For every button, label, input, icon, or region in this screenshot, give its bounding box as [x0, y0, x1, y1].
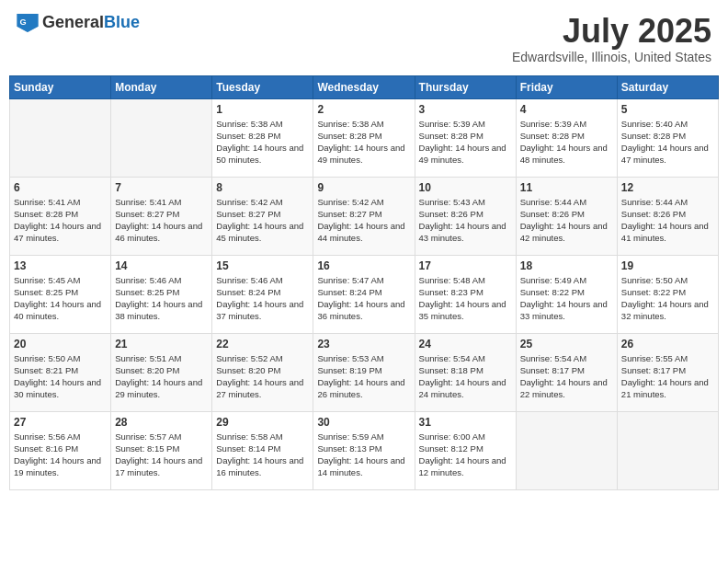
- day-number: 22: [216, 338, 309, 350]
- calendar-cell: [516, 411, 617, 489]
- day-number: 12: [621, 181, 714, 194]
- calendar-cell: 26Sunrise: 5:55 AM Sunset: 8:17 PM Dayli…: [617, 333, 718, 411]
- day-sun-info: Sunrise: 5:59 AM Sunset: 8:13 PM Dayligh…: [317, 431, 410, 479]
- day-number: 4: [520, 103, 613, 116]
- day-number: 2: [317, 103, 410, 116]
- day-sun-info: Sunrise: 5:51 AM Sunset: 8:20 PM Dayligh…: [115, 352, 208, 401]
- calendar-cell: 20Sunrise: 5:50 AM Sunset: 8:21 PM Dayli…: [10, 333, 111, 411]
- day-number: 24: [419, 338, 512, 350]
- day-number: 28: [115, 416, 208, 429]
- day-number: 17: [419, 259, 512, 272]
- day-sun-info: Sunrise: 5:54 AM Sunset: 8:18 PM Dayligh…: [419, 352, 512, 401]
- day-sun-info: Sunrise: 5:38 AM Sunset: 8:28 PM Dayligh…: [317, 118, 410, 167]
- calendar-cell: 17Sunrise: 5:48 AM Sunset: 8:23 PM Dayli…: [415, 255, 516, 333]
- calendar-cell: 24Sunrise: 5:54 AM Sunset: 8:18 PM Dayli…: [415, 333, 516, 411]
- calendar-cell: [10, 98, 111, 177]
- calendar-cell: 27Sunrise: 5:56 AM Sunset: 8:16 PM Dayli…: [10, 411, 111, 489]
- day-sun-info: Sunrise: 5:42 AM Sunset: 8:27 PM Dayligh…: [216, 196, 309, 245]
- day-sun-info: Sunrise: 5:57 AM Sunset: 8:15 PM Dayligh…: [115, 431, 208, 479]
- weekday-header-monday: Monday: [111, 75, 212, 98]
- day-sun-info: Sunrise: 5:44 AM Sunset: 8:26 PM Dayligh…: [621, 196, 714, 245]
- day-number: 3: [419, 103, 512, 116]
- logo-blue: Blue: [104, 13, 140, 31]
- calendar-cell: 12Sunrise: 5:44 AM Sunset: 8:26 PM Dayli…: [617, 177, 718, 255]
- day-number: 18: [520, 259, 613, 272]
- month-year-title: July 2025: [512, 13, 711, 50]
- day-sun-info: Sunrise: 5:44 AM Sunset: 8:26 PM Dayligh…: [520, 196, 613, 245]
- day-sun-info: Sunrise: 5:47 AM Sunset: 8:24 PM Dayligh…: [317, 274, 410, 323]
- calendar-cell: 31Sunrise: 6:00 AM Sunset: 8:12 PM Dayli…: [415, 411, 516, 489]
- day-number: 19: [621, 259, 714, 272]
- day-sun-info: Sunrise: 5:58 AM Sunset: 8:14 PM Dayligh…: [216, 431, 309, 479]
- calendar-cell: [111, 98, 212, 177]
- calendar-cell: 4Sunrise: 5:39 AM Sunset: 8:28 PM Daylig…: [516, 98, 617, 177]
- day-number: 5: [621, 103, 714, 116]
- day-sun-info: Sunrise: 5:53 AM Sunset: 8:19 PM Dayligh…: [317, 352, 410, 401]
- calendar-cell: 18Sunrise: 5:49 AM Sunset: 8:22 PM Dayli…: [516, 255, 617, 333]
- weekday-header-saturday: Saturday: [617, 75, 718, 98]
- day-sun-info: Sunrise: 5:46 AM Sunset: 8:25 PM Dayligh…: [115, 274, 208, 323]
- calendar-cell: 21Sunrise: 5:51 AM Sunset: 8:20 PM Dayli…: [111, 333, 212, 411]
- calendar-cell: 6Sunrise: 5:41 AM Sunset: 8:28 PM Daylig…: [10, 177, 111, 255]
- calendar-cell: 23Sunrise: 5:53 AM Sunset: 8:19 PM Dayli…: [313, 333, 415, 411]
- weekday-header-friday: Friday: [516, 75, 617, 98]
- day-number: 31: [419, 416, 512, 429]
- calendar-cell: 13Sunrise: 5:45 AM Sunset: 8:25 PM Dayli…: [10, 255, 111, 333]
- day-number: 7: [115, 181, 208, 194]
- calendar-cell: 16Sunrise: 5:47 AM Sunset: 8:24 PM Dayli…: [313, 255, 415, 333]
- location-subtitle: Edwardsville, Illinois, United States: [512, 50, 711, 64]
- day-number: 29: [216, 416, 309, 429]
- calendar-cell: 9Sunrise: 5:42 AM Sunset: 8:27 PM Daylig…: [313, 177, 415, 255]
- day-sun-info: Sunrise: 5:46 AM Sunset: 8:24 PM Dayligh…: [216, 274, 309, 323]
- day-number: 9: [317, 181, 410, 194]
- calendar-cell: [617, 411, 718, 489]
- svg-text:G: G: [20, 17, 27, 27]
- day-sun-info: Sunrise: 5:50 AM Sunset: 8:22 PM Dayligh…: [621, 274, 714, 323]
- weekday-header-sunday: Sunday: [10, 75, 111, 98]
- calendar-cell: 8Sunrise: 5:42 AM Sunset: 8:27 PM Daylig…: [212, 177, 313, 255]
- day-sun-info: Sunrise: 5:43 AM Sunset: 8:26 PM Dayligh…: [419, 196, 512, 245]
- calendar-table: SundayMondayTuesdayWednesdayThursdayFrid…: [9, 75, 719, 490]
- day-sun-info: Sunrise: 5:54 AM Sunset: 8:17 PM Dayligh…: [520, 352, 613, 401]
- day-number: 1: [216, 103, 309, 116]
- day-sun-info: Sunrise: 5:41 AM Sunset: 8:27 PM Dayligh…: [115, 196, 208, 245]
- day-sun-info: Sunrise: 5:40 AM Sunset: 8:28 PM Dayligh…: [621, 118, 714, 167]
- day-number: 26: [621, 338, 714, 350]
- day-number: 23: [317, 338, 410, 350]
- logo-general: General: [42, 13, 104, 31]
- calendar-cell: 2Sunrise: 5:38 AM Sunset: 8:28 PM Daylig…: [313, 98, 415, 177]
- weekday-header-tuesday: Tuesday: [212, 75, 313, 98]
- day-number: 8: [216, 181, 309, 194]
- title-block: July 2025 Edwardsville, Illinois, United…: [512, 13, 711, 64]
- calendar-cell: 22Sunrise: 5:52 AM Sunset: 8:20 PM Dayli…: [212, 333, 313, 411]
- day-number: 15: [216, 259, 309, 272]
- calendar-cell: 3Sunrise: 5:39 AM Sunset: 8:28 PM Daylig…: [415, 98, 516, 177]
- calendar-cell: 19Sunrise: 5:50 AM Sunset: 8:22 PM Dayli…: [617, 255, 718, 333]
- day-sun-info: Sunrise: 5:39 AM Sunset: 8:28 PM Dayligh…: [419, 118, 512, 167]
- calendar-cell: 29Sunrise: 5:58 AM Sunset: 8:14 PM Dayli…: [212, 411, 313, 489]
- week-row-5: 27Sunrise: 5:56 AM Sunset: 8:16 PM Dayli…: [10, 411, 719, 489]
- day-sun-info: Sunrise: 5:55 AM Sunset: 8:17 PM Dayligh…: [621, 352, 714, 401]
- calendar-cell: 11Sunrise: 5:44 AM Sunset: 8:26 PM Dayli…: [516, 177, 617, 255]
- day-number: 21: [115, 338, 208, 350]
- day-sun-info: Sunrise: 6:00 AM Sunset: 8:12 PM Dayligh…: [419, 431, 512, 479]
- calendar-cell: 5Sunrise: 5:40 AM Sunset: 8:28 PM Daylig…: [617, 98, 718, 177]
- week-row-3: 13Sunrise: 5:45 AM Sunset: 8:25 PM Dayli…: [10, 255, 719, 333]
- calendar-cell: 30Sunrise: 5:59 AM Sunset: 8:13 PM Dayli…: [313, 411, 415, 489]
- calendar-cell: 25Sunrise: 5:54 AM Sunset: 8:17 PM Dayli…: [516, 333, 617, 411]
- calendar-cell: 14Sunrise: 5:46 AM Sunset: 8:25 PM Dayli…: [111, 255, 212, 333]
- day-number: 30: [317, 416, 410, 429]
- weekday-header-thursday: Thursday: [415, 75, 516, 98]
- weekday-header-row: SundayMondayTuesdayWednesdayThursdayFrid…: [10, 75, 719, 98]
- day-sun-info: Sunrise: 5:39 AM Sunset: 8:28 PM Dayligh…: [520, 118, 613, 167]
- day-number: 20: [14, 338, 107, 350]
- week-row-1: 1Sunrise: 5:38 AM Sunset: 8:28 PM Daylig…: [10, 98, 719, 177]
- day-number: 10: [419, 181, 512, 194]
- calendar-cell: 10Sunrise: 5:43 AM Sunset: 8:26 PM Dayli…: [415, 177, 516, 255]
- calendar-cell: 1Sunrise: 5:38 AM Sunset: 8:28 PM Daylig…: [212, 98, 313, 177]
- day-sun-info: Sunrise: 5:38 AM Sunset: 8:28 PM Dayligh…: [216, 118, 309, 167]
- day-number: 6: [14, 181, 107, 194]
- day-sun-info: Sunrise: 5:48 AM Sunset: 8:23 PM Dayligh…: [419, 274, 512, 323]
- day-number: 25: [520, 338, 613, 350]
- day-sun-info: Sunrise: 5:50 AM Sunset: 8:21 PM Dayligh…: [14, 352, 107, 401]
